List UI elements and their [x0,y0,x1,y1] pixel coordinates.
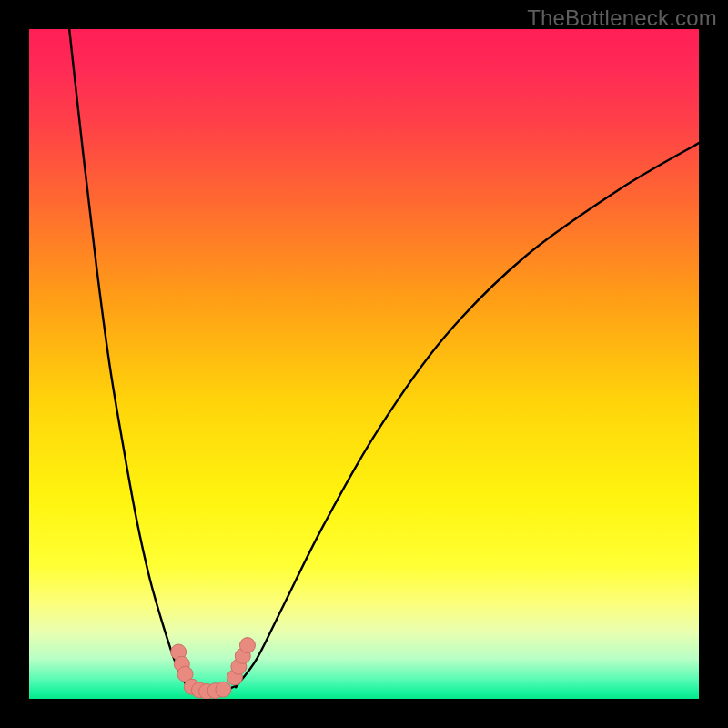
chart-frame: TheBottleneck.com [0,0,728,728]
valley-marker [239,638,255,653]
plot-area [29,29,699,699]
valley-marker [216,682,231,697]
valley-markers [171,638,256,699]
watermark-text: TheBottleneck.com [527,5,717,31]
bottleneck-curve [69,29,699,693]
chart-svg [29,29,699,699]
